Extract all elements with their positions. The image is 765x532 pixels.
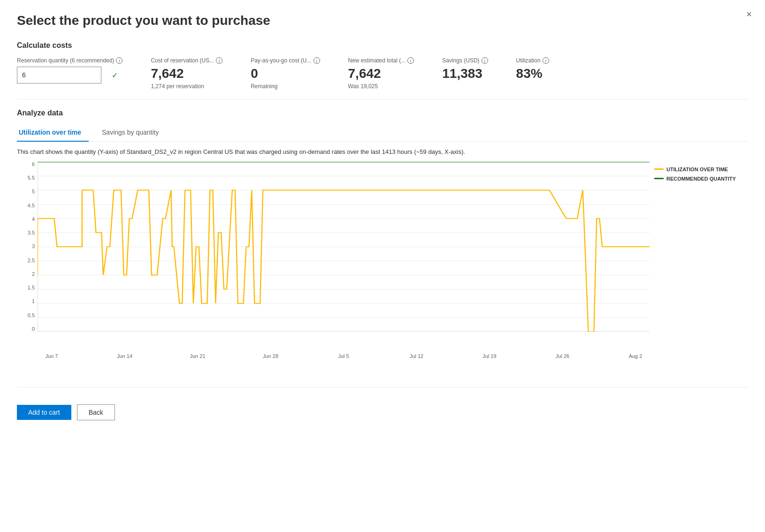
- y-label-05: 0.5: [17, 313, 35, 318]
- legend-utilization-label: UTILIZATION OVER TIME: [666, 167, 728, 172]
- reservation-quantity-info-icon[interactable]: i: [116, 57, 122, 64]
- cost-of-reservation-value: 7,642: [151, 67, 222, 81]
- close-button[interactable]: ×: [746, 9, 752, 19]
- legend-utilization-line: [654, 168, 664, 170]
- chart-svg: [38, 162, 650, 332]
- footer: Add to cart Back: [17, 397, 748, 420]
- dialog-title: Select the product you want to purchase: [17, 13, 748, 28]
- savings-value: 11,383: [442, 67, 488, 81]
- back-button[interactable]: Back: [77, 404, 115, 420]
- tabs-bar: Utilization over time Savings by quantit…: [17, 125, 748, 142]
- y-label-3: 3: [17, 244, 35, 249]
- y-label-1: 1: [17, 299, 35, 304]
- payasyougo-info-icon[interactable]: i: [314, 57, 320, 64]
- reservation-quantity-field: Reservation quantity (6 recommended) i ✓: [17, 57, 122, 84]
- check-icon: ✓: [112, 71, 118, 80]
- y-label-2: 2: [17, 272, 35, 277]
- x-label-aug2: Aug 2: [621, 353, 650, 359]
- utilization-value: 83%: [516, 67, 549, 81]
- chart-legend: UTILIZATION OVER TIME RECOMMENDED QUANTI…: [654, 167, 748, 182]
- quantity-input[interactable]: [17, 67, 101, 84]
- x-label-jun7: Jun 7: [38, 353, 66, 359]
- y-label-6: 6: [17, 162, 35, 167]
- y-label-45: 4.5: [17, 203, 35, 208]
- new-estimated-info-icon[interactable]: i: [407, 57, 414, 64]
- analyze-data-title: Analyze data: [17, 109, 748, 117]
- chart-area: 0 0.5 1 1.5 2 2.5 3 3.5 4 4.5 5 5.5 6: [17, 162, 748, 359]
- quantity-input-wrapper: ✓: [17, 67, 122, 84]
- y-axis-labels: 0 0.5 1 1.5 2 2.5 3 3.5 4 4.5 5 5.5 6: [17, 162, 35, 332]
- payasyougo-field: Pay-as-you-go cost (U... i 0 Remaining: [251, 57, 320, 90]
- y-label-55: 5.5: [17, 175, 35, 181]
- x-label-jun14: Jun 14: [111, 353, 139, 359]
- payasyougo-subtext: Remaining: [251, 83, 320, 90]
- new-estimated-total-label: New estimated total (... i: [348, 57, 414, 64]
- payasyougo-label: Pay-as-you-go cost (U... i: [251, 57, 320, 64]
- savings-info-icon[interactable]: i: [482, 57, 488, 64]
- savings-field: Savings (USD) i 11,383: [442, 57, 488, 81]
- reservation-quantity-label: Reservation quantity (6 recommended) i: [17, 57, 122, 64]
- utilization-label: Utilization i: [516, 57, 549, 64]
- x-label-jul26: Jul 26: [549, 353, 577, 359]
- divider-1: [17, 99, 748, 99]
- analyze-data-section: Analyze data Utilization over time Savin…: [17, 109, 748, 359]
- payasyougo-value: 0: [251, 67, 320, 81]
- cost-of-reservation-field: Cost of reservation (US... i 7,642 1,274…: [151, 57, 222, 90]
- x-label-jul12: Jul 12: [403, 353, 431, 359]
- y-label-35: 3.5: [17, 230, 35, 236]
- x-label-jun28: Jun 28: [257, 353, 285, 359]
- y-label-25: 2.5: [17, 258, 35, 263]
- savings-label: Savings (USD) i: [442, 57, 488, 64]
- utilization-info-icon[interactable]: i: [543, 57, 549, 64]
- divider-2: [17, 387, 748, 388]
- new-estimated-total-value: 7,642: [348, 67, 414, 81]
- y-label-5: 5: [17, 189, 35, 194]
- legend-recommended-label: RECOMMENDED QUANTITY: [666, 176, 736, 182]
- new-estimated-total-subtext: Was 19,025: [348, 83, 414, 90]
- y-label-0: 0: [17, 327, 35, 332]
- legend-utilization: UTILIZATION OVER TIME: [654, 167, 748, 172]
- dialog: × Select the product you want to purchas…: [0, 0, 765, 532]
- calculate-costs-title: Calculate costs: [17, 41, 748, 50]
- x-label-jul5: Jul 5: [329, 353, 358, 359]
- y-label-4: 4: [17, 217, 35, 222]
- calculate-costs-section: Calculate costs Reservation quantity (6 …: [17, 41, 748, 90]
- cost-reservation-info-icon[interactable]: i: [216, 57, 222, 64]
- tab-utilization-over-time[interactable]: Utilization over time: [17, 125, 89, 142]
- cost-of-reservation-label: Cost of reservation (US... i: [151, 57, 222, 64]
- x-axis-labels: Jun 7 Jun 14 Jun 21 Jun 28 Jul 5 Jul 12 …: [38, 353, 650, 359]
- y-label-15: 1.5: [17, 285, 35, 290]
- legend-recommended: RECOMMENDED QUANTITY: [654, 176, 748, 182]
- add-to-cart-button[interactable]: Add to cart: [17, 405, 71, 420]
- cost-of-reservation-subtext: 1,274 per reservation: [151, 83, 222, 90]
- tab-savings-by-quantity[interactable]: Savings by quantity: [100, 125, 166, 142]
- new-estimated-total-field: New estimated total (... i 7,642 Was 19,…: [348, 57, 414, 90]
- x-label-jul19: Jul 19: [475, 353, 504, 359]
- utilization-field: Utilization i 83%: [516, 57, 549, 81]
- x-label-jun21: Jun 21: [184, 353, 212, 359]
- costs-row: Reservation quantity (6 recommended) i ✓…: [17, 57, 748, 90]
- legend-recommended-line: [654, 178, 664, 179]
- chart-description: This chart shows the quantity (Y-axis) o…: [17, 148, 748, 155]
